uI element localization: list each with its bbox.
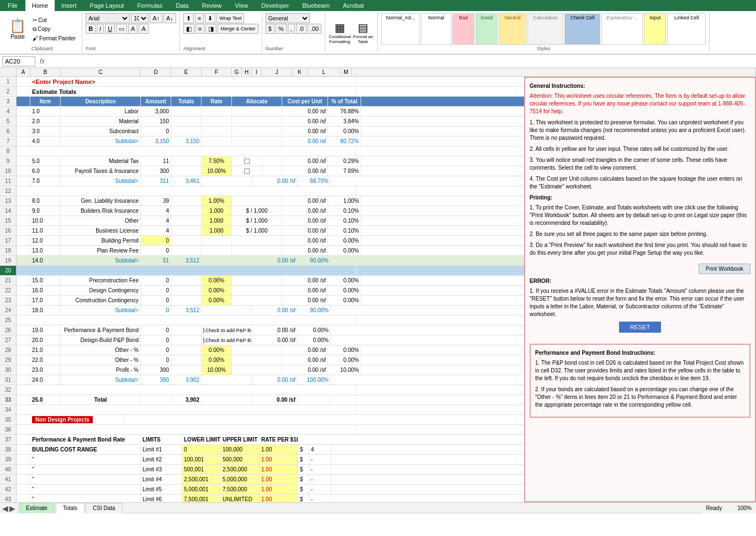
bluebeam-tab[interactable]: Bluebeam bbox=[295, 0, 336, 11]
cell-f30[interactable]: 10.00% bbox=[202, 365, 232, 375]
underline-button[interactable]: U bbox=[105, 24, 115, 34]
cell-f43[interactable]: 1.00 bbox=[260, 495, 298, 502]
align-center-button[interactable]: ≡ bbox=[195, 24, 204, 34]
check-cell-style[interactable]: Check Cell bbox=[564, 13, 600, 45]
cell-f22[interactable]: 0.00% bbox=[202, 286, 232, 295]
scroll-tabs-left-icon[interactable]: ◀ bbox=[2, 504, 8, 513]
bad-style[interactable]: Bad bbox=[452, 13, 474, 45]
name-box[interactable] bbox=[2, 56, 35, 66]
acrobat-tab[interactable]: Acrobat bbox=[336, 0, 371, 11]
cell-f39[interactable]: 1.00 bbox=[260, 455, 298, 464]
cell-d40[interactable]: 500,001 bbox=[182, 465, 221, 474]
font-grow-button[interactable]: A↑ bbox=[150, 13, 162, 23]
cell-f41[interactable]: 1.00 bbox=[260, 475, 298, 484]
align-right-button[interactable]: ◨ bbox=[205, 24, 216, 34]
scroll-tabs-right-icon[interactable]: ▶ bbox=[9, 504, 15, 513]
italic-button[interactable]: I bbox=[97, 24, 104, 34]
align-left-button[interactable]: ◧ bbox=[183, 24, 194, 34]
copy-button[interactable]: ⧉ Copy bbox=[30, 25, 78, 34]
format-painter-button[interactable]: 🖌 Format Painter bbox=[30, 34, 78, 43]
dollar-format-button[interactable]: $ bbox=[266, 24, 274, 34]
cell-f40[interactable]: 1.00 bbox=[260, 465, 298, 474]
insert-tab[interactable]: Insert bbox=[55, 0, 83, 11]
normal-ad-style[interactable]: Normal_Ad... bbox=[381, 13, 420, 45]
home-tab[interactable]: Home bbox=[25, 0, 55, 11]
cell-d43[interactable]: 7,500,001 bbox=[182, 495, 221, 502]
neutral-style[interactable]: Neutral bbox=[499, 13, 526, 45]
font-size-select[interactable]: 10 bbox=[131, 13, 149, 23]
bold-button[interactable]: B bbox=[86, 24, 96, 34]
formulas-tab[interactable]: Formulas bbox=[130, 0, 169, 11]
formula-input[interactable] bbox=[47, 58, 754, 65]
cell-f9[interactable]: 7.50% bbox=[202, 156, 232, 166]
bond-instructions-text-1: 1. The P&P bond cost in cell D26 is calc… bbox=[535, 359, 745, 382]
cell-f28[interactable]: 0.00% bbox=[202, 345, 232, 355]
cell-f15[interactable]: 1.000 bbox=[202, 216, 232, 225]
fill-color-button[interactable]: A bbox=[128, 24, 138, 34]
sheet-tab-totals[interactable]: Totals bbox=[56, 503, 84, 513]
print-workbook-button[interactable]: Print Workbook bbox=[699, 264, 750, 274]
cell-f13[interactable]: 1.00% bbox=[202, 196, 232, 206]
paste-button[interactable]: 📋 Paste bbox=[6, 13, 30, 45]
cell-e41[interactable]: 5,000,000 bbox=[221, 475, 260, 484]
align-top-button[interactable]: ⬆ bbox=[183, 13, 194, 23]
cell-b22: 16.0 bbox=[30, 286, 61, 295]
wrap-text-button[interactable]: Wrap Text bbox=[216, 13, 244, 23]
row-38: 38 BUILDING COST RANGE Limit #1 0 100,00… bbox=[0, 445, 524, 455]
cell-f23[interactable]: 0.00% bbox=[202, 296, 232, 305]
decrease-decimal-button[interactable]: .00 bbox=[308, 24, 321, 34]
cell-f21[interactable]: 0.00% bbox=[202, 276, 232, 285]
cell-f42[interactable]: 1.00 bbox=[260, 485, 298, 494]
font-color-button[interactable]: A bbox=[139, 24, 148, 34]
cell-e43[interactable]: UNLIMITED bbox=[221, 495, 260, 502]
cell-e40[interactable]: 2,500,000 bbox=[221, 465, 260, 474]
good-style[interactable]: Good bbox=[475, 13, 498, 45]
cell-c29: Other - % bbox=[61, 355, 141, 365]
cell-e42[interactable]: 7,500,000 bbox=[221, 485, 260, 494]
format-painter-icon: 🖌 bbox=[33, 35, 38, 41]
clipboard-group-label: Clipboard bbox=[31, 45, 53, 51]
increase-decimal-button[interactable]: .0 bbox=[296, 24, 306, 34]
comma-format-button[interactable]: , bbox=[288, 24, 295, 34]
reset-button[interactable]: RESET bbox=[619, 322, 662, 333]
cell-f16[interactable]: 1.000 bbox=[202, 226, 232, 235]
align-middle-button[interactable]: ≡ bbox=[195, 13, 204, 23]
font-shrink-button[interactable]: A↓ bbox=[163, 13, 176, 23]
cell-f29[interactable]: 0.00% bbox=[202, 355, 232, 365]
cell-b1[interactable]: <Enter Project Name> bbox=[30, 77, 356, 86]
normal-style[interactable]: Normal bbox=[421, 13, 451, 45]
cell-e39[interactable]: 500,000 bbox=[221, 455, 260, 464]
data-tab[interactable]: Data bbox=[169, 0, 195, 11]
calculation-style[interactable]: Calculation bbox=[527, 13, 563, 45]
cell-f14[interactable]: 1.000 bbox=[202, 206, 232, 216]
align-bottom-button[interactable]: ⬇ bbox=[205, 13, 215, 23]
cell-d42[interactable]: 5,000,001 bbox=[182, 485, 221, 494]
cell-ghi23 bbox=[232, 296, 282, 305]
sheet-tab-estimate[interactable]: Estimate bbox=[19, 503, 55, 513]
view-tab[interactable]: View bbox=[229, 0, 255, 11]
cell-f38[interactable]: 1.00 bbox=[260, 445, 298, 454]
cell-d38[interactable]: 0 bbox=[182, 445, 221, 454]
linked-cell-style[interactable]: Linked Cell bbox=[667, 13, 706, 45]
cell-f10[interactable]: 10.00% bbox=[202, 166, 232, 176]
border-button[interactable]: ▭ bbox=[116, 24, 127, 34]
row-15: 15 10.0 Other 4 1.000 $ / 1,000 0.00 /sf… bbox=[0, 216, 524, 226]
font-family-select[interactable]: Arial bbox=[86, 13, 130, 23]
cell-d39[interactable]: 100,001 bbox=[182, 455, 221, 464]
input-style[interactable]: Input bbox=[644, 13, 666, 45]
merge-center-button[interactable]: Merge & Center bbox=[218, 24, 258, 34]
cell-c9: Material Tax bbox=[61, 156, 141, 166]
review-tab[interactable]: Review bbox=[195, 0, 228, 11]
file-tab[interactable]: File bbox=[0, 0, 25, 11]
cut-button[interactable]: ✂ Cut bbox=[30, 16, 78, 24]
cell-d17[interactable]: 0 bbox=[141, 236, 171, 245]
number-format-select[interactable]: General bbox=[266, 13, 310, 23]
sheet-tab-csi-data[interactable]: CSI Data bbox=[86, 503, 123, 513]
explanatory-style[interactable]: Explanatory ... bbox=[601, 13, 643, 45]
percent-format-button[interactable]: % bbox=[276, 24, 287, 34]
row-num-20: 20 bbox=[0, 266, 17, 275]
cell-e38[interactable]: 100,000 bbox=[221, 445, 260, 454]
developer-tab[interactable]: Developer bbox=[255, 0, 295, 11]
cell-d41[interactable]: 2,500,001 bbox=[182, 475, 221, 484]
page-layout-tab[interactable]: Page Layout bbox=[83, 0, 131, 11]
